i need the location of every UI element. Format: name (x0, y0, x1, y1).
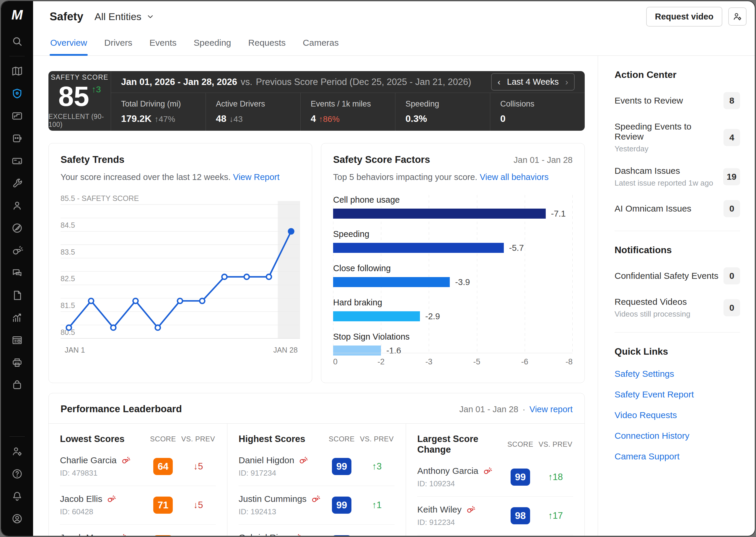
leaderboard-rows: Daniel Higdon ID: 917234 99 ↑3 Justin Cu… (239, 447, 394, 536)
panel-item-label: Events to Review (614, 96, 719, 105)
leaderboard-title: Performance Leaderboard (61, 403, 182, 415)
tab-overview[interactable]: Overview (50, 34, 88, 56)
quick-link-safety-event-report[interactable]: Safety Event Report (614, 390, 740, 399)
score-badge: 70 (153, 535, 173, 536)
quick-link-video-requests[interactable]: Video Requests (614, 410, 740, 420)
date-range-label: Last 4 Weeks (507, 77, 559, 87)
factors-card-title: Safety Score Factors (333, 154, 430, 165)
factors-x-tick: -6 (521, 357, 528, 366)
tab-drivers[interactable]: Drivers (104, 34, 133, 56)
tab-speeding[interactable]: Speeding (193, 34, 232, 56)
coaching-whistle-icon[interactable] (106, 494, 116, 504)
tab-label: Requests (248, 38, 286, 48)
admin-user-icon[interactable] (9, 443, 26, 460)
quick-link-camera-support[interactable]: Camera Support (614, 451, 740, 462)
toolbag-icon[interactable] (9, 377, 26, 393)
svg-text:84.5: 84.5 (61, 221, 75, 229)
documents-icon[interactable] (9, 287, 26, 304)
score-badge: 98 (511, 507, 530, 524)
coaching-whistle-icon[interactable] (121, 456, 130, 465)
score-delta: ↑18 (538, 472, 573, 482)
panel-item[interactable]: Dashcam Issues Latest issue reported 1w … (614, 166, 740, 188)
leaderboard-rows: Charlie Garcia ID: 479831 64 ↓5 Jacob El… (60, 447, 216, 536)
leaderboard-column: Lowest Scores SCORE VS. PREV Charlie Gar… (49, 424, 227, 536)
panel-item-label: Speeding Events to Review (614, 122, 719, 142)
quick-links-title: Quick Links (614, 346, 740, 357)
panel-item[interactable]: AI Omnicam Issues 0 (614, 200, 740, 217)
coaching-whistle-icon[interactable] (9, 242, 26, 259)
view-report-link[interactable]: View Report (233, 172, 279, 182)
leaderboard-row[interactable]: Trenton Beard ID: 124238 74 ↓16 (417, 535, 573, 536)
left-sidebar: M (1, 1, 33, 536)
fuel-economy-icon[interactable] (9, 220, 26, 237)
leaderboard-row[interactable]: Daniel Higdon ID: 917234 99 ↑3 (239, 447, 394, 486)
user-settings-button[interactable] (728, 7, 746, 26)
routes-icon[interactable] (9, 107, 26, 125)
tab-requests[interactable]: Requests (248, 34, 287, 56)
coaching-whistle-icon[interactable] (482, 466, 492, 475)
news-report-icon[interactable] (9, 332, 26, 349)
leaderboard-row[interactable]: Justin Cummings ID: 192413 99 ↑1 (239, 486, 394, 524)
vs-prev-column-header: VS. PREV (538, 440, 573, 448)
coaching-whistle-icon[interactable] (311, 494, 320, 504)
stat-label: Collisions (500, 100, 575, 108)
range-next-chevron-icon[interactable]: › (565, 78, 568, 86)
coaching-whistle-icon[interactable] (117, 533, 126, 536)
top-header: Safety All Entities Request video (33, 1, 755, 32)
count-badge: 0 (724, 200, 740, 217)
svg-text:83.5: 83.5 (61, 248, 75, 256)
panel-item[interactable]: Speeding Events to Review Yesterday 4 (614, 122, 740, 153)
eld-device-icon[interactable] (9, 130, 26, 147)
factor-row: Close following -3.9 (333, 264, 573, 287)
leaderboard-row[interactable]: Gabriel Rios ID: 192532 98 ↑1 (239, 524, 394, 536)
driver-name: Keith Wiley (417, 505, 462, 515)
coaching-whistle-icon[interactable] (466, 505, 475, 514)
score-badge: 98 (332, 535, 351, 536)
leaderboard-row[interactable]: Keith Wiley ID: 912234 98 ↑17 (417, 496, 573, 535)
coaching-whistle-icon[interactable] (291, 533, 301, 536)
leaderboard-row[interactable]: Jacob Ellis ID: 60428 71 ↓5 (60, 486, 216, 524)
tab-events[interactable]: Events (149, 34, 177, 56)
panel-item[interactable]: Events to Review 8 (614, 92, 740, 109)
leaderboard-view-report-link[interactable]: View report (529, 404, 573, 414)
factor-bar (333, 346, 381, 355)
tab-label: Speeding (194, 38, 231, 48)
request-video-button[interactable]: Request video (646, 7, 722, 26)
quick-link-connection-history[interactable]: Connection History (614, 431, 740, 441)
factor-label: Stop Sign Violations (333, 332, 573, 342)
leaderboard-row[interactable]: Anthony Garcia ID: 109234 99 ↑18 (417, 458, 573, 496)
search-icon[interactable] (9, 33, 26, 50)
notifications-bell-icon[interactable] (9, 488, 26, 505)
banner-stat: Collisions 0 (490, 93, 585, 131)
chevron-down-icon (146, 12, 155, 21)
panel-item[interactable]: Confidential Safety Events 0 (614, 267, 740, 284)
leaderboard-row[interactable]: Jacob Manny ID: 46922 70 ↓5 (60, 524, 216, 536)
safety-shield-icon[interactable] (9, 85, 26, 102)
printer-icon[interactable] (9, 354, 26, 371)
panel-item-sub: Latest issue reported 1w ago (614, 179, 719, 188)
vs-prev-column-header: VS. PREV (180, 435, 216, 443)
performance-leaderboard-card: Performance Leaderboard Jan 01 - Jan 28 … (48, 393, 585, 536)
range-prev-chevron-icon[interactable]: ‹ (498, 78, 501, 86)
quick-link-safety-settings[interactable]: Safety Settings (614, 369, 740, 379)
svg-text:85.5 - SAFETY SCORE: 85.5 - SAFETY SCORE (61, 194, 139, 202)
vs-prev-column-header: VS. PREV (359, 435, 394, 443)
leaderboard-column-title: Highest Scores (239, 434, 324, 444)
fuel-card-icon[interactable] (9, 152, 26, 169)
drivers-icon[interactable] (9, 197, 26, 214)
tab-cameras[interactable]: Cameras (302, 34, 339, 56)
date-range-selector[interactable]: ‹ Last 4 Weeks › (491, 73, 575, 91)
view-all-behaviors-link[interactable]: View all behaviors (480, 172, 549, 182)
count-badge: 8 (724, 92, 740, 109)
coaching-whistle-icon[interactable] (298, 456, 308, 465)
panel-item[interactable]: Requested Videos Videos still processing… (614, 297, 740, 319)
reports-trend-icon[interactable] (9, 309, 26, 326)
entity-selector[interactable]: All Entities (95, 11, 155, 22)
map-icon[interactable] (9, 62, 26, 80)
leaderboard-row[interactable]: Charlie Garcia ID: 479831 64 ↓5 (60, 447, 216, 486)
messages-icon[interactable] (9, 265, 26, 281)
trends-card-title: Safety Trends (61, 154, 124, 165)
profile-avatar-icon[interactable] (9, 510, 26, 527)
maintenance-wrench-icon[interactable] (9, 175, 26, 192)
help-icon[interactable] (9, 465, 26, 482)
